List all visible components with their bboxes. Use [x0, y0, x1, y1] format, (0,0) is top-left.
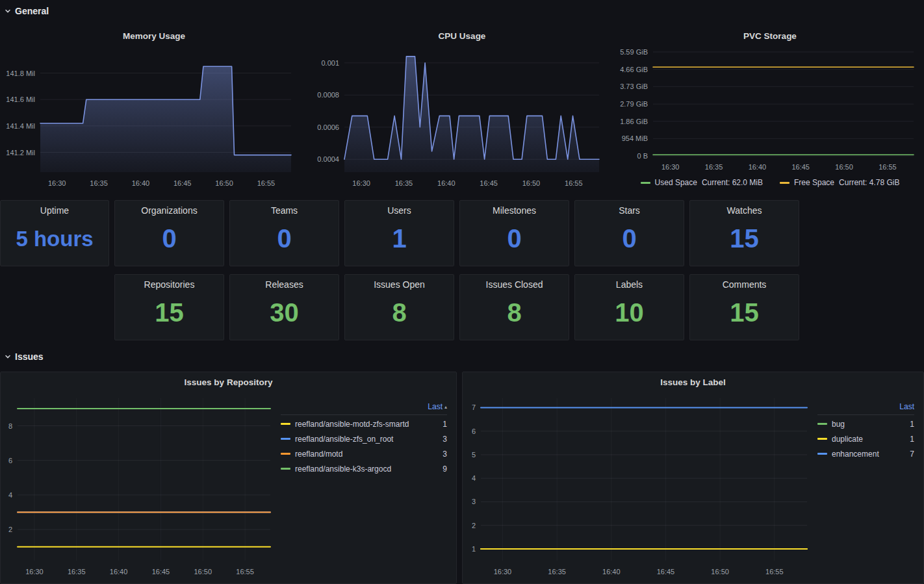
stat-panel-issues-open: Issues Open 8: [344, 274, 454, 340]
legend-label: Free Space: [794, 178, 834, 187]
legend-sort-header[interactable]: Last ▴: [281, 402, 447, 415]
stat-value: 5 hours: [16, 212, 93, 266]
memory-usage-chart[interactable]: 141.2 Mil141.4 Mil141.6 Mil141.8 Mil16:3…: [0, 47, 308, 192]
stat-value: 8: [392, 286, 406, 340]
series-color-icon: [817, 423, 827, 425]
svg-text:8: 8: [8, 422, 12, 430]
series-color-icon: [281, 453, 290, 455]
svg-text:16:45: 16:45: [480, 179, 498, 187]
panel-title-cpu-usage[interactable]: CPU Usage: [308, 26, 616, 47]
svg-text:3.73 GiB: 3.73 GiB: [620, 83, 648, 90]
svg-text:0.0006: 0.0006: [317, 123, 339, 131]
legend-series-name: reefland/motd: [295, 450, 438, 459]
series-color-icon: [817, 438, 827, 440]
issues-by-label-legend: Last bug 1 duplicate 1 enhancement 7: [814, 393, 923, 583]
pvc-storage-chart[interactable]: 0 B954 MiB1.86 GiB2.79 GiB3.73 GiB4.66 G…: [616, 47, 924, 174]
svg-text:2.79 GiB: 2.79 GiB: [620, 100, 648, 108]
stat-panel-teams: Teams 0: [229, 200, 339, 266]
legend-series-name: reefland/ansible-zfs_on_root: [295, 435, 438, 444]
svg-text:141.4 Mil: 141.4 Mil: [6, 122, 35, 130]
section-header-general[interactable]: General: [4, 4, 49, 18]
svg-text:16:55: 16:55: [879, 163, 897, 171]
stat-panel-uptime: Uptime 5 hours: [0, 200, 109, 266]
legend-series-value: 7: [910, 450, 914, 459]
legend-item[interactable]: reefland/motd 3: [281, 446, 447, 461]
stat-value: 15: [730, 286, 759, 340]
section-label: Issues: [15, 351, 44, 362]
series-color-icon: [281, 423, 290, 425]
svg-text:16:40: 16:40: [110, 568, 128, 576]
svg-text:7: 7: [472, 403, 476, 411]
svg-text:16:35: 16:35: [68, 568, 86, 576]
legend-item[interactable]: duplicate 1: [817, 431, 914, 446]
svg-text:6: 6: [8, 457, 12, 464]
stat-value: 30: [270, 286, 299, 340]
panel-title-memory-usage[interactable]: Memory Usage: [0, 26, 308, 47]
stat-value: 15: [730, 212, 759, 266]
svg-text:16:50: 16:50: [522, 179, 541, 187]
panel-title-issues-by-repository[interactable]: Issues by Repository: [1, 372, 456, 393]
stat-panel-labels: Labels 10: [574, 274, 684, 340]
series-color-icon: [281, 468, 290, 470]
legend-series-name: reefland/ansible-motd-zfs-smartd: [295, 420, 438, 429]
svg-text:2: 2: [472, 522, 476, 529]
svg-text:16:40: 16:40: [437, 179, 456, 187]
legend-item-free-space[interactable]: Free Space Current: 4.78 GiB: [780, 178, 899, 187]
svg-text:16:55: 16:55: [257, 179, 276, 187]
svg-text:16:50: 16:50: [835, 163, 853, 171]
stat-panel-repositories: Repositories 15: [114, 274, 224, 340]
svg-text:1.86 GiB: 1.86 GiB: [620, 118, 648, 125]
stat-panel-releases: Releases 30: [229, 274, 339, 340]
section-header-issues[interactable]: Issues: [4, 349, 44, 364]
series-color-icon: [641, 182, 650, 184]
legend-series-value: 9: [443, 464, 447, 474]
legend-series-value: 3: [443, 435, 447, 444]
cpu-usage-chart[interactable]: 0.00040.00060.00080.00116:3016:3516:4016…: [308, 47, 616, 192]
legend-series-value: 1: [910, 420, 914, 429]
svg-text:16:30: 16:30: [661, 163, 680, 171]
svg-text:16:35: 16:35: [705, 163, 723, 171]
legend-current-value: Current: 62.0 MiB: [702, 178, 763, 187]
legend-item[interactable]: bug 1: [817, 416, 914, 431]
svg-text:5.59 GiB: 5.59 GiB: [620, 48, 648, 56]
svg-text:4: 4: [472, 474, 476, 482]
svg-text:16:35: 16:35: [395, 179, 413, 187]
stat-panel-issues-closed: Issues Closed 8: [459, 274, 569, 340]
stat-value: 10: [615, 286, 644, 340]
stat-row-1: Uptime 5 hours Organizations 0 Teams 0 U…: [0, 200, 799, 266]
section-label: General: [15, 6, 49, 16]
svg-text:16:50: 16:50: [215, 179, 233, 187]
svg-text:16:55: 16:55: [765, 568, 784, 576]
stat-value: 1: [392, 212, 406, 266]
legend-item[interactable]: enhancement 7: [817, 446, 914, 461]
svg-text:16:55: 16:55: [565, 179, 583, 187]
stat-value: 15: [155, 286, 184, 340]
issues-by-repository-chart[interactable]: 246816:3016:3516:4016:4516:5016:55: [1, 393, 277, 581]
stat-panel-milestones: Milestones 0: [459, 200, 569, 266]
legend-item[interactable]: reefland/ansible-motd-zfs-smartd 1: [281, 416, 447, 431]
stat-value: 0: [277, 212, 291, 266]
legend-sort-header[interactable]: Last: [817, 402, 914, 415]
svg-text:16:55: 16:55: [236, 568, 254, 576]
svg-text:16:40: 16:40: [749, 163, 767, 171]
svg-text:16:30: 16:30: [48, 179, 66, 187]
legend-series-value: 3: [443, 450, 447, 459]
series-color-icon: [780, 182, 789, 184]
svg-text:6: 6: [472, 427, 476, 435]
issues-by-label-chart[interactable]: 123456716:3016:3516:4016:4516:5016:55: [463, 393, 814, 581]
panel-title-issues-by-label[interactable]: Issues by Label: [463, 372, 923, 393]
legend-sort-label: Last: [428, 402, 443, 411]
svg-text:16:30: 16:30: [352, 179, 370, 187]
svg-text:16:45: 16:45: [152, 568, 170, 576]
legend-item-used-space[interactable]: Used Space Current: 62.0 MiB: [641, 178, 763, 187]
legend-item[interactable]: reefland/ansible-k3s-argocd 9: [281, 461, 447, 476]
svg-text:16:35: 16:35: [90, 179, 108, 187]
svg-text:0.0008: 0.0008: [317, 91, 339, 99]
panel-title-pvc-storage[interactable]: PVC Storage: [616, 26, 924, 47]
panel-issues-by-label: Issues by Label 123456716:3016:3516:4016…: [462, 372, 924, 584]
svg-text:16:50: 16:50: [194, 568, 212, 576]
stat-value: 0: [622, 212, 636, 266]
legend-item[interactable]: reefland/ansible-zfs_on_root 3: [281, 431, 447, 446]
legend-series-name: reefland/ansible-k3s-argocd: [295, 464, 438, 474]
top-chart-row: Memory Usage 141.2 Mil141.4 Mil141.6 Mil…: [0, 26, 924, 192]
